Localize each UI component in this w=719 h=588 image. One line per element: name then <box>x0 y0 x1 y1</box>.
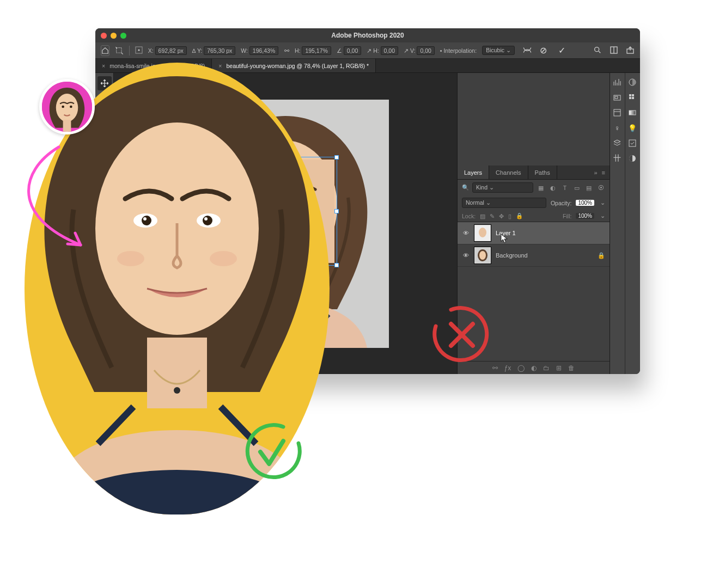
lock-icon: 🔒 <box>598 252 605 259</box>
svg-rect-20 <box>615 96 618 99</box>
libraries-icon[interactable]: 卄 <box>612 154 622 163</box>
layer-row[interactable]: 👁 Background 🔒 <box>458 244 610 267</box>
swatches-icon[interactable] <box>627 93 637 102</box>
navigator-icon[interactable] <box>612 93 622 102</box>
minimize-window-button[interactable] <box>111 33 117 39</box>
learn-icon[interactable]: ♀ <box>612 123 622 133</box>
svg-rect-26 <box>632 97 634 99</box>
svg-point-35 <box>143 217 147 220</box>
arrange-docs-icon[interactable] <box>610 46 618 56</box>
visibility-toggle-icon[interactable]: 👁 <box>462 252 470 259</box>
adjustments-icon[interactable] <box>627 154 637 163</box>
filter-type-icon[interactable]: T <box>560 185 569 191</box>
close-window-button[interactable] <box>101 33 107 39</box>
maximize-window-button[interactable] <box>120 33 126 39</box>
tab-paths[interactable]: Paths <box>528 166 557 179</box>
layer-thumbnail[interactable] <box>474 224 491 242</box>
svg-point-38 <box>204 217 208 220</box>
home-button[interactable] <box>101 45 109 56</box>
history-icon[interactable] <box>627 138 637 148</box>
panel-menu-icon[interactable]: ≡ <box>602 169 605 176</box>
filter-shape-icon[interactable]: ▭ <box>572 185 581 191</box>
x-input[interactable]: 692,82 px <box>155 46 187 55</box>
opacity-input[interactable]: 100% <box>576 200 594 206</box>
skew-h-input[interactable]: 0,00 <box>381 46 398 55</box>
svg-point-42 <box>56 94 78 122</box>
close-tab-icon[interactable]: × <box>102 63 105 69</box>
share-icon[interactable] <box>626 46 635 56</box>
collapsed-panels-strip: ♀ 卄 💡 <box>610 73 640 374</box>
svg-point-34 <box>142 216 151 225</box>
lock-nest-icon[interactable]: ▯ <box>508 213 511 219</box>
delete-layer-icon[interactable]: 🗑 <box>568 364 575 372</box>
layers-icon[interactable] <box>612 138 622 148</box>
fill-stepper[interactable] <box>599 212 605 219</box>
visibility-toggle-icon[interactable]: 👁 <box>462 230 470 236</box>
svg-point-15 <box>479 228 486 237</box>
svg-rect-25 <box>629 97 631 99</box>
h-label: H: <box>295 47 301 54</box>
lock-paint-icon[interactable]: ✎ <box>490 213 495 219</box>
collapse-panel-icon[interactable]: » <box>594 169 597 176</box>
layer-mask-icon[interactable]: ◯ <box>517 364 525 372</box>
w-input[interactable]: 196,43% <box>249 46 278 55</box>
cursor-icon <box>501 234 508 243</box>
h-input[interactable]: 195,17% <box>302 46 331 55</box>
svg-point-18 <box>479 251 486 260</box>
search-icon[interactable] <box>593 46 602 56</box>
skew-v-input[interactable]: 0,00 <box>417 46 434 55</box>
transform-crop-icon[interactable] <box>115 45 124 56</box>
close-tab-icon[interactable]: × <box>218 63 222 69</box>
window-titlebar: Adobe Photoshop 2020 <box>95 28 640 42</box>
filter-toggle-icon[interactable]: ⦿ <box>596 185 605 191</box>
svg-point-44 <box>70 106 72 108</box>
new-group-icon[interactable]: 🗀 <box>543 364 550 372</box>
y-label: ∆ Y: 765,30 px <box>192 46 236 55</box>
svg-rect-27 <box>629 111 636 115</box>
filter-pixel-icon[interactable]: ▦ <box>537 185 545 191</box>
svg-point-2 <box>138 49 139 51</box>
svg-point-37 <box>203 216 212 225</box>
w-label: W: <box>241 47 248 54</box>
svg-rect-28 <box>629 140 636 146</box>
angle-input[interactable]: 0,00 <box>344 46 361 55</box>
adjustment-layer-icon[interactable]: ◐ <box>531 364 537 372</box>
opacity-stepper[interactable] <box>599 199 605 206</box>
x-label: X: <box>148 47 154 54</box>
blend-mode-select[interactable]: Normal <box>462 198 546 208</box>
tab-channels[interactable]: Channels <box>489 166 528 179</box>
lock-all-icon[interactable]: 🔒 <box>516 212 523 219</box>
gradients-icon[interactable] <box>627 108 637 118</box>
layer-row[interactable]: 👁 Layer 1 <box>458 222 610 244</box>
y-input[interactable]: 765,30 px <box>204 46 235 55</box>
checkmark-badge-icon <box>240 419 305 485</box>
layer-fx-icon[interactable]: ƒx <box>504 364 511 372</box>
tips-icon[interactable]: 💡 <box>627 123 637 133</box>
aspect-link-icon[interactable]: ⚯ <box>284 47 289 54</box>
lock-trans-icon[interactable]: ▨ <box>480 213 485 219</box>
commit-transform-button[interactable]: ✓ <box>556 45 567 56</box>
fill-input[interactable]: 100% <box>576 213 594 219</box>
histogram-icon[interactable] <box>612 77 622 87</box>
opacity-label: Opacity: <box>551 200 572 206</box>
new-layer-icon[interactable]: ⊞ <box>556 364 562 372</box>
angle-label: ∠ <box>337 47 342 54</box>
document-tab[interactable]: × beautiful-young-woman.jpg @ 78,4% (Lay… <box>212 59 376 72</box>
fill-label: Fill: <box>563 213 571 219</box>
lock-pos-icon[interactable]: ✥ <box>499 213 504 219</box>
cancel-transform-button[interactable]: ⊘ <box>538 45 549 56</box>
cross-badge-icon <box>429 302 495 367</box>
filter-adjust-icon[interactable]: ◐ <box>549 185 557 191</box>
tab-layers[interactable]: Layers <box>458 166 489 179</box>
interp-select[interactable]: Bicubic <box>482 46 515 55</box>
layer-thumbnail[interactable] <box>474 247 491 264</box>
svg-rect-45 <box>63 120 71 132</box>
layer-name[interactable]: Background <box>496 252 528 259</box>
ref-point-icon[interactable] <box>135 46 143 55</box>
warp-icon[interactable] <box>522 46 532 56</box>
search-icon[interactable]: 🔍 <box>462 184 469 191</box>
layer-filter-kind-select[interactable]: Kind <box>472 182 533 193</box>
filter-smart-icon[interactable]: ▤ <box>584 185 593 191</box>
properties-icon[interactable] <box>612 108 622 118</box>
color-icon[interactable] <box>627 77 637 87</box>
